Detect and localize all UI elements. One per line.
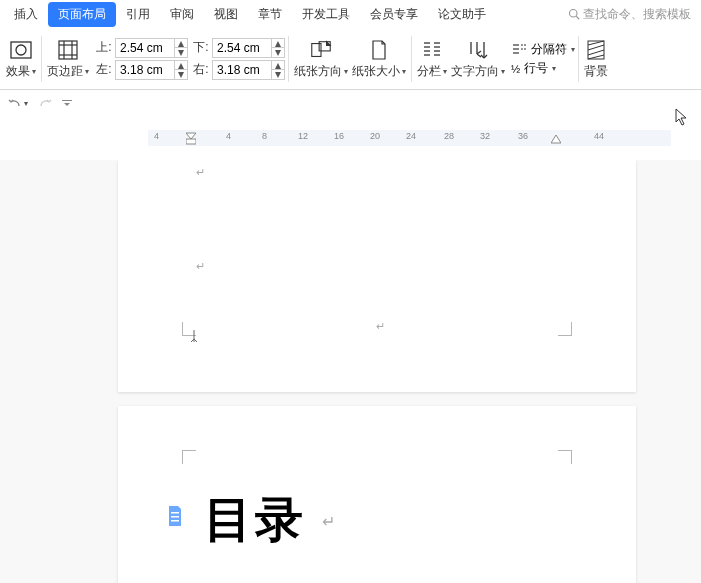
svg-point-0 (570, 10, 578, 18)
ribbon: 效果▾ 页边距▾ 上: ▴▾ 左: ▴▾ 下: ▴▾ (0, 28, 701, 90)
margin-top-input[interactable]: ▴▾ (115, 38, 188, 58)
page-2[interactable]: 目录 ↵ (118, 406, 636, 583)
page-corner-icon (558, 450, 572, 464)
svg-line-29 (588, 45, 604, 50)
margin-left-input[interactable]: ▴▾ (115, 60, 188, 80)
chevron-down-icon: ▾ (571, 45, 575, 54)
chevron-down-icon: ▾ (443, 67, 447, 76)
page-margin-button[interactable]: 页边距▾ (45, 38, 91, 80)
paper-orientation-button[interactable]: 纸张方向▾ (292, 38, 350, 80)
line-number-icon: ½ (511, 63, 519, 75)
page-1[interactable]: ↵ ↵ ↵ (118, 160, 636, 392)
margin-top-value[interactable] (116, 41, 174, 55)
columns-button[interactable]: 分栏▾ (415, 38, 449, 80)
menu-references[interactable]: 引用 (116, 2, 160, 27)
line-number-button[interactable]: ½ 行号▾ (511, 60, 575, 77)
columns-icon (420, 38, 444, 62)
cursor-caret-icon (191, 330, 197, 342)
ruler-mark: 24 (406, 131, 416, 141)
svg-line-31 (588, 55, 604, 59)
menu-chapter[interactable]: 章节 (248, 2, 292, 27)
margin-bottom-input[interactable]: ▴▾ (212, 38, 285, 58)
chevron-down-icon: ▾ (344, 67, 348, 76)
chevron-down-icon: ▾ (501, 67, 505, 76)
ruler-mark: 8 (262, 131, 267, 141)
svg-rect-32 (62, 100, 72, 101)
page-corner-icon (558, 322, 572, 336)
redo-button[interactable] (38, 97, 52, 109)
quick-access-toolbar: ▾ (0, 90, 701, 116)
menu-dev-tools[interactable]: 开发工具 (292, 2, 360, 27)
search-icon (568, 8, 580, 20)
separator (578, 36, 579, 82)
toc-icon (166, 506, 184, 529)
margin-inputs: 上: ▴▾ 左: ▴▾ (95, 38, 188, 80)
chevron-down-icon: ▾ (552, 64, 556, 73)
undo-button[interactable]: ▾ (8, 97, 28, 109)
margin-bottom-value[interactable] (213, 41, 271, 55)
paragraph-mark-icon: ↵ (196, 260, 205, 273)
margin-right-input[interactable]: ▴▾ (212, 60, 285, 80)
menu-thesis[interactable]: 论文助手 (428, 2, 496, 27)
spinner[interactable]: ▴▾ (271, 61, 284, 79)
orientation-icon (309, 38, 333, 62)
effects-button[interactable]: 效果▾ (4, 38, 38, 80)
spinner[interactable]: ▴▾ (174, 61, 187, 79)
menu-bar: 插入 页面布局 引用 审阅 视图 章节 开发工具 会员专享 论文助手 查找命令、… (0, 0, 701, 28)
chevron-down-icon: ▾ (402, 67, 406, 76)
background-button[interactable]: 背景 (582, 38, 610, 80)
ruler-mark: 16 (334, 131, 344, 141)
paragraph-mark-icon: ↵ (376, 320, 385, 333)
separator (41, 36, 42, 82)
ruler-mark: 44 (594, 131, 604, 141)
paragraph-mark-icon: ↵ (322, 512, 335, 531)
menu-page-layout[interactable]: 页面布局 (48, 2, 116, 27)
margin-left-label: 左: (95, 61, 113, 78)
horizontal-ruler[interactable]: 4 4 8 12 16 20 24 28 32 36 44 (0, 130, 701, 150)
chevron-down-icon: ▾ (85, 67, 89, 76)
paper-size-button[interactable]: 纸张大小▾ (350, 38, 408, 80)
text-direction-button[interactable]: 文字方向▾ (449, 38, 507, 80)
spinner[interactable]: ▴▾ (271, 39, 284, 57)
menu-review[interactable]: 审阅 (160, 2, 204, 27)
indent-marker-right-icon[interactable] (551, 129, 561, 145)
spinner[interactable]: ▴▾ (174, 39, 187, 57)
margin-right-value[interactable] (213, 63, 271, 77)
svg-rect-27 (588, 41, 604, 59)
text-direction-icon (466, 38, 490, 62)
page-margin-icon (56, 38, 80, 62)
breaks-icon (511, 40, 529, 58)
svg-rect-33 (186, 139, 196, 144)
margin-bottom-label: 下: (192, 39, 210, 56)
svg-line-1 (576, 16, 579, 19)
svg-rect-4 (59, 41, 77, 59)
ruler-mark: 4 (154, 131, 159, 141)
cursor-pointer-icon (675, 108, 689, 126)
menu-view[interactable]: 视图 (204, 2, 248, 27)
menu-insert[interactable]: 插入 (4, 2, 48, 27)
separator (411, 36, 412, 82)
svg-point-3 (16, 45, 26, 55)
document-heading[interactable]: 目录 (204, 488, 306, 552)
breaks-button[interactable]: 分隔符▾ (511, 40, 575, 58)
menu-member[interactable]: 会员专享 (360, 2, 428, 27)
svg-line-30 (588, 50, 604, 55)
margin-left-value[interactable] (116, 63, 174, 77)
ruler-mark: 12 (298, 131, 308, 141)
break-linenum-group: 分隔符▾ ½ 行号▾ (511, 40, 575, 77)
search-box[interactable]: 查找命令、搜索模板 (562, 6, 697, 23)
separator (288, 36, 289, 82)
ruler-mark: 20 (370, 131, 380, 141)
effects-icon (9, 38, 33, 62)
svg-line-28 (588, 41, 604, 45)
ruler-mark: 28 (444, 131, 454, 141)
document-canvas[interactable]: ↵ ↵ ↵ 目录 ↵ (0, 160, 701, 583)
indent-marker-left-icon[interactable] (186, 129, 196, 145)
margin-top-label: 上: (95, 39, 113, 56)
ruler-mark: 32 (480, 131, 490, 141)
qat-dropdown[interactable] (62, 98, 72, 108)
background-icon (584, 38, 608, 62)
ruler-mark: 36 (518, 131, 528, 141)
svg-rect-36 (171, 520, 179, 522)
margin-inputs-2: 下: ▴▾ 右: ▴▾ (192, 38, 285, 80)
